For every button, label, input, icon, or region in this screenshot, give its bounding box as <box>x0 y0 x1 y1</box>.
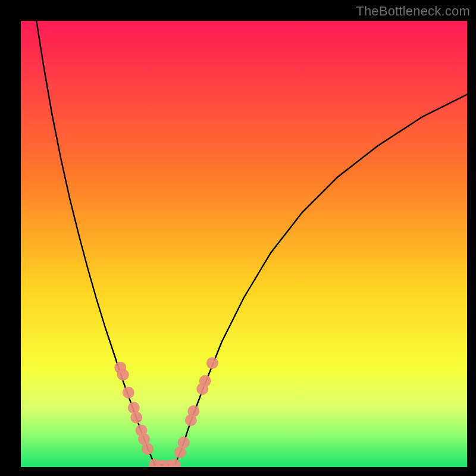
watermark-text: TheBottleneck.com <box>356 4 470 19</box>
marker-left-cluster-2 <box>123 387 134 399</box>
gradient-background <box>21 21 467 467</box>
marker-left-cluster-1 <box>117 369 129 381</box>
marker-right-cluster-1 <box>178 437 190 449</box>
marker-right-cluster-6 <box>206 357 218 369</box>
chart-area <box>21 21 467 467</box>
marker-right-cluster-5 <box>199 375 211 387</box>
frame: TheBottleneck.com <box>0 0 476 476</box>
marker-left-cluster-7 <box>142 443 154 455</box>
marker-left-cluster-4 <box>130 412 142 424</box>
chart-svg <box>21 21 467 467</box>
marker-right-cluster-3 <box>187 405 199 417</box>
